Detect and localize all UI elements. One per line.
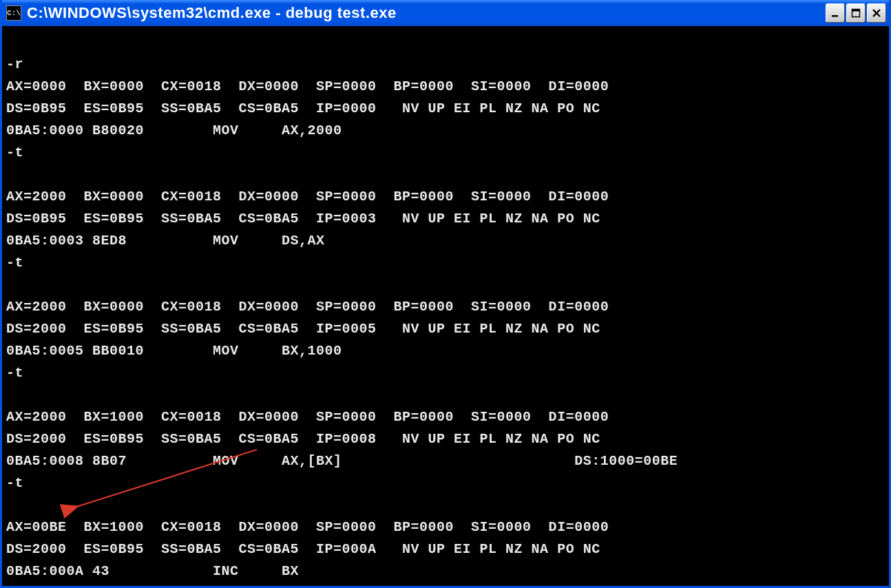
terminal-output[interactable]: -r AX=0000 BX=0000 CX=0018 DX=0000 SP=00… bbox=[2, 26, 889, 586]
svg-rect-0 bbox=[832, 15, 838, 17]
register-line: DS=0B95 ES=0B95 SS=0BA5 CS=0BA5 IP=0000 … bbox=[6, 101, 600, 116]
register-line: DS=0B95 ES=0B95 SS=0BA5 CS=0BA5 IP=0003 … bbox=[6, 211, 600, 227]
titlebar[interactable]: C:\ C:\WINDOWS\system32\cmd.exe - debug … bbox=[2, 0, 889, 26]
cmd-line: -t bbox=[6, 475, 23, 491]
register-line: AX=0000 BX=0000 CX=0018 DX=0000 SP=0000 … bbox=[6, 78, 609, 94]
disasm-line: 0BA5:0008 8B07 MOV AX,[BX] DS:1000=00BE bbox=[6, 453, 678, 469]
cmd-line: -r bbox=[6, 56, 23, 72]
prompt: - bbox=[6, 585, 15, 586]
minimize-button[interactable] bbox=[826, 3, 845, 23]
cmd-line: -t bbox=[6, 255, 23, 271]
cmd-line: -t bbox=[6, 365, 23, 381]
register-line: DS=2000 ES=0B95 SS=0BA5 CS=0BA5 IP=0005 … bbox=[6, 321, 600, 337]
disasm-line: 0BA5:0003 8ED8 MOV DS,AX bbox=[6, 233, 325, 249]
window-controls bbox=[826, 3, 886, 23]
app-icon: C:\ bbox=[6, 6, 21, 21]
register-line: DS=2000 ES=0B95 SS=0BA5 CS=0BA5 IP=000A … bbox=[6, 541, 600, 557]
register-line: AX=2000 BX=0000 CX=0018 DX=0000 SP=0000 … bbox=[6, 189, 609, 204]
register-line: AX=00BE BX=1000 CX=0018 DX=0000 SP=0000 … bbox=[6, 519, 609, 535]
register-line: DS=2000 ES=0B95 SS=0BA5 CS=0BA5 IP=0008 … bbox=[6, 431, 600, 447]
svg-rect-2 bbox=[852, 10, 860, 12]
register-line: AX=2000 BX=1000 CX=0018 DX=0000 SP=0000 … bbox=[6, 409, 609, 425]
close-button[interactable] bbox=[867, 3, 886, 23]
disasm-line: 0BA5:0005 BB0010 MOV BX,1000 bbox=[6, 343, 342, 359]
cmd-line: -t bbox=[6, 145, 23, 160]
disasm-line: 0BA5:000A 43 INC BX bbox=[6, 563, 299, 579]
window-title: C:\WINDOWS\system32\cmd.exe - debug test… bbox=[27, 4, 826, 22]
register-line: AX=2000 BX=0000 CX=0018 DX=0000 SP=0000 … bbox=[6, 299, 609, 315]
disasm-line: 0BA5:0000 B80020 MOV AX,2000 bbox=[6, 123, 342, 138]
cmd-window: C:\ C:\WINDOWS\system32\cmd.exe - debug … bbox=[0, 0, 891, 588]
maximize-button[interactable] bbox=[846, 3, 866, 23]
